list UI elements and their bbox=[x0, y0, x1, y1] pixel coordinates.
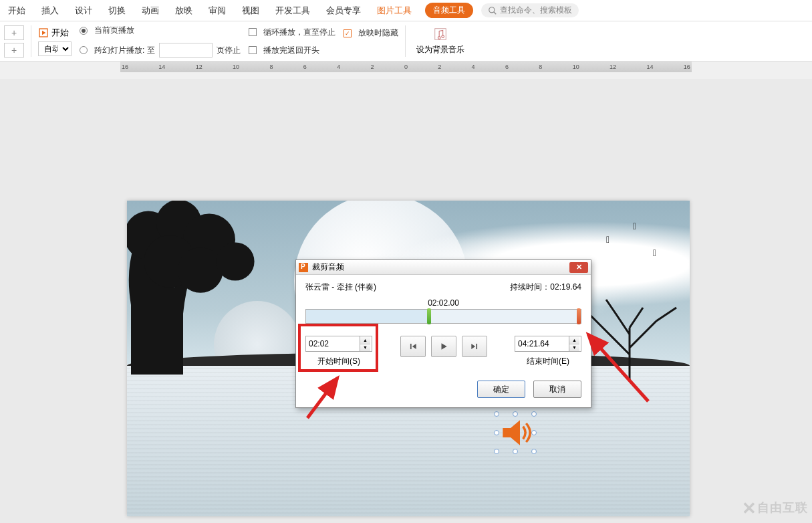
tab-audio-tools[interactable]: 音频工具 bbox=[425, 3, 473, 18]
track-name: 张云雷 - 牵挂 (伴奏) bbox=[305, 282, 376, 293]
search-box[interactable]: 查找命令、搜索模板 bbox=[481, 3, 579, 17]
tree-left-graphic bbox=[127, 201, 287, 375]
tab-picture-tools[interactable]: 图片工具 bbox=[369, 1, 420, 21]
svg-rect-15 bbox=[476, 344, 477, 349]
play-start-icon bbox=[38, 27, 49, 38]
resize-handle[interactable] bbox=[513, 411, 518, 417]
bird-icon: 𓅯 bbox=[653, 247, 656, 258]
track-fill bbox=[306, 310, 427, 323]
spin-up[interactable]: ▲ bbox=[360, 336, 370, 344]
ribbon: + + 开始 自动 当前页播放 跨幻灯片播放: 至 页停止 循环播放，直至停止 … bbox=[0, 21, 812, 62]
pagestop-label: 页停止 bbox=[217, 45, 241, 56]
play-start-button[interactable]: 开始 bbox=[38, 27, 72, 39]
current-position-label: 02:02.00 bbox=[305, 298, 581, 308]
spin-box-2[interactable]: + bbox=[4, 43, 24, 58]
tab-review[interactable]: 审阅 bbox=[200, 1, 234, 21]
svg-line-1 bbox=[494, 11, 497, 14]
across-slides-spinner[interactable] bbox=[159, 43, 213, 58]
resize-handle[interactable] bbox=[531, 430, 537, 435]
tab-insert[interactable]: 插入 bbox=[33, 1, 67, 21]
svg-point-10 bbox=[216, 242, 254, 280]
start-time-spinner[interactable]: ▲▼ bbox=[305, 336, 372, 352]
start-time-input[interactable] bbox=[306, 336, 360, 351]
play-start-label: 开始 bbox=[51, 27, 69, 39]
check-loop[interactable]: 循环播放，直至停止 bbox=[249, 27, 335, 38]
tab-transition[interactable]: 切换 bbox=[100, 1, 134, 21]
dialog-title: 裁剪音频 bbox=[312, 262, 569, 273]
end-time-input[interactable] bbox=[515, 336, 569, 351]
svg-marker-16 bbox=[471, 344, 475, 349]
ok-button[interactable]: 确定 bbox=[477, 381, 525, 398]
prev-frame-button[interactable] bbox=[400, 336, 426, 357]
radio-current-page[interactable]: 当前页播放 bbox=[80, 25, 241, 36]
main-tabs: 开始 插入 设计 切换 动画 放映 审阅 视图 开发工具 会员专享 图片工具 音… bbox=[0, 0, 812, 21]
resize-handle[interactable] bbox=[513, 449, 518, 454]
spin-down[interactable]: ▼ bbox=[360, 344, 370, 352]
start-marker[interactable] bbox=[427, 308, 431, 324]
next-frame-button[interactable] bbox=[462, 336, 487, 357]
svg-marker-3 bbox=[42, 30, 45, 35]
tab-slideshow[interactable]: 放映 bbox=[167, 1, 200, 21]
svg-marker-14 bbox=[441, 343, 446, 349]
svg-point-0 bbox=[489, 7, 495, 12]
dialog-titlebar[interactable]: 裁剪音频 ✕ bbox=[296, 260, 591, 275]
bg-music-label: 设为背景音乐 bbox=[416, 44, 464, 56]
end-marker[interactable] bbox=[577, 308, 581, 324]
duration-text: 持续时间：02:19.64 bbox=[510, 282, 581, 293]
tab-view[interactable]: 视图 bbox=[234, 1, 267, 21]
end-time-spinner[interactable]: ▲▼ bbox=[515, 336, 581, 352]
search-icon bbox=[488, 6, 497, 15]
bg-music-button[interactable]: 设为背景音乐 bbox=[408, 21, 472, 61]
speaker-icon bbox=[497, 414, 534, 451]
start-time-label: 开始时间(S) bbox=[317, 356, 360, 367]
check-hide[interactable]: 放映时隐藏 bbox=[344, 27, 398, 39]
close-button[interactable]: ✕ bbox=[569, 262, 588, 273]
spin-down[interactable]: ▼ bbox=[569, 344, 579, 352]
tab-member[interactable]: 会员专享 bbox=[318, 1, 369, 21]
resize-handle[interactable] bbox=[531, 449, 537, 454]
radio-across-slides[interactable]: 跨幻灯片播放: 至 页停止 bbox=[80, 43, 241, 58]
audio-track[interactable] bbox=[305, 309, 581, 324]
svg-marker-13 bbox=[412, 344, 416, 349]
search-placeholder: 查找命令、搜索模板 bbox=[500, 5, 572, 16]
trim-audio-dialog: 裁剪音频 ✕ 张云雷 - 牵挂 (伴奏) 持续时间：02:19.64 02:02… bbox=[295, 259, 591, 408]
bird-icon: 𓅯 bbox=[633, 221, 636, 231]
spin-up[interactable]: ▲ bbox=[569, 336, 579, 344]
tab-design[interactable]: 设计 bbox=[67, 1, 100, 21]
svg-marker-11 bbox=[503, 420, 520, 445]
app-logo-icon bbox=[299, 263, 308, 272]
svg-point-9 bbox=[178, 247, 223, 293]
check-return[interactable]: 播放完返回开头 bbox=[249, 45, 335, 56]
tab-start[interactable]: 开始 bbox=[0, 1, 33, 21]
resize-handle[interactable] bbox=[494, 449, 499, 454]
spin-box-1[interactable]: + bbox=[4, 25, 24, 40]
tab-devtools[interactable]: 开发工具 bbox=[267, 1, 318, 21]
resize-handle[interactable] bbox=[494, 430, 499, 435]
play-button[interactable] bbox=[431, 336, 456, 357]
music-note-icon bbox=[433, 27, 448, 41]
end-time-label: 结束时间(E) bbox=[527, 356, 569, 367]
tab-animation[interactable]: 动画 bbox=[134, 1, 167, 21]
auto-select[interactable]: 自动 bbox=[38, 41, 72, 56]
svg-rect-12 bbox=[410, 344, 411, 349]
resize-handle[interactable] bbox=[494, 411, 499, 417]
bird-icon: 𓅯 bbox=[606, 234, 610, 245]
horizontal-ruler: 16 14 12 10 8 6 4 2 0 2 4 6 8 10 12 14 1… bbox=[120, 62, 692, 72]
audio-object[interactable] bbox=[497, 414, 534, 451]
watermark: ✕自由互联 bbox=[742, 498, 808, 519]
resize-handle[interactable] bbox=[531, 411, 537, 417]
cancel-button[interactable]: 取消 bbox=[533, 381, 581, 398]
